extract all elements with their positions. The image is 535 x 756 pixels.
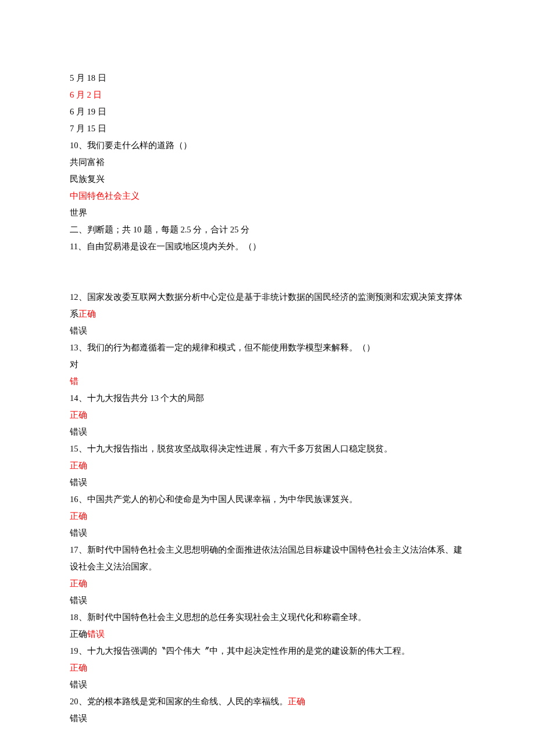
text-line: 13、我们的行为都遵循着一定的规律和模式，但不能使用数学模型来解释。（） — [70, 339, 465, 356]
text-line: 20、党的根本路线是党和国家的生命线、人民的幸福线。正确 — [70, 693, 465, 710]
text-line: 7 月 15 日 — [70, 120, 465, 137]
text-line — [70, 255, 465, 272]
text-line: 世界 — [70, 205, 465, 221]
text-line: 中国特色社会主义 — [70, 188, 465, 205]
text-segment: 正确 — [70, 663, 87, 672]
text-line: 正确 — [70, 407, 465, 424]
text-line — [70, 272, 465, 289]
text-segment: 正确 — [70, 410, 87, 420]
text-line: 正确 — [70, 575, 465, 592]
text-line: 15、十九大报告指出，脱贫攻坚战取得决定性进展，有六千多万贫困人口稳定脱贫。 — [70, 440, 465, 457]
text-segment: 12、国家发改委互联网大数据分析中心定位是基于非统计数据的国民经济的监测预测和宏… — [70, 292, 462, 318]
text-segment: 对 — [70, 360, 79, 369]
text-line: 11、自由贸易港是设在一国或地区境内关外。（） — [70, 238, 465, 255]
text-segment: 14、十九大报告共分 13 个大的局部 — [70, 393, 204, 403]
simple-lines: 5 月 18 日6 月 2 日6 月 19 日7 月 15 日10、我们要走什么… — [70, 70, 465, 289]
text-segment: 13、我们的行为都遵循着一定的规律和模式，但不能使用数学模型来解释。（） — [70, 343, 375, 352]
text-segment: 正确 — [79, 309, 96, 318]
text-segment: 错误 — [70, 528, 87, 538]
text-line: 二、判断题；共 10 题，每题 2.5 分，合计 25 分 — [70, 221, 465, 238]
text-line: 错误 — [70, 525, 465, 542]
text-segment: 15、十九大报告指出，脱贫攻坚战取得决定性进展，有六千多万贫困人口稳定脱贫。 — [70, 444, 393, 453]
text-line: 错误 — [70, 592, 465, 609]
text-line: 10、我们要走什么样的道路（） — [70, 137, 465, 154]
text-segment: 正确 — [70, 629, 87, 639]
text-segment: 18、新时代中国特色社会主义思想的总任务实现社会主义现代化和称霸全球。 — [70, 612, 366, 622]
text-segment: 错 — [70, 377, 79, 386]
text-line: 正确 — [70, 508, 465, 525]
text-line: 18、新时代中国特色社会主义思想的总任务实现社会主义现代化和称霸全球。 — [70, 609, 465, 626]
text-segment: 19、十九大报告强调的〝四个伟大〞中，其中起决定性作用的是党的建设新的伟大工程。 — [70, 646, 410, 655]
text-line: 共同富裕 — [70, 154, 465, 171]
text-segment: 正确 — [288, 697, 305, 706]
text-segment: 正确 — [70, 511, 87, 521]
text-line: 16、中国共产党人的初心和使命是为中国人民课幸福，为中华民族课笈兴。 — [70, 491, 465, 508]
text-line: 错误 — [70, 474, 465, 491]
text-segment: 错误 — [70, 714, 87, 723]
text-line: 错 — [70, 373, 465, 390]
mixed-lines: 12、国家发改委互联网大数据分析中心定位是基于非统计数据的国民经济的监测预测和宏… — [70, 289, 465, 727]
text-line: 5 月 18 日 — [70, 70, 465, 87]
text-segment: 错误 — [70, 326, 87, 335]
text-segment: 20、党的根本路线是党和国家的生命线、人民的幸福线。 — [70, 697, 288, 706]
text-segment: 17、新时代中国特色社会主义思想明确的全面推进依法治国总目标建设中国特色社会主义… — [70, 545, 462, 571]
text-segment: 正确 — [70, 461, 87, 470]
text-line: 错误 — [70, 323, 465, 339]
text-line: 6 月 19 日 — [70, 103, 465, 120]
text-line: 正确错误 — [70, 626, 465, 643]
text-segment: 错误 — [70, 596, 87, 605]
text-segment: 错误 — [87, 629, 105, 639]
text-line: 民族复兴 — [70, 171, 465, 188]
text-segment: 正确 — [70, 579, 87, 588]
text-line: 14、十九大报告共分 13 个大的局部 — [70, 390, 465, 407]
text-segment: 16、中国共产党人的初心和使命是为中国人民课幸福，为中华民族课笈兴。 — [70, 495, 358, 504]
text-segment: 错误 — [70, 680, 87, 689]
text-line: 正确 — [70, 660, 465, 676]
document-page: 5 月 18 日6 月 2 日6 月 19 日7 月 15 日10、我们要走什么… — [0, 0, 535, 756]
text-segment: 错误 — [70, 427, 87, 436]
text-line: 错误 — [70, 676, 465, 693]
text-line: 17、新时代中国特色社会主义思想明确的全面推进依法治国总目标建设中国特色社会主义… — [70, 542, 465, 575]
text-line: 正确 — [70, 457, 465, 474]
text-line: 19、十九大报告强调的〝四个伟大〞中，其中起决定性作用的是党的建设新的伟大工程。 — [70, 643, 465, 660]
text-line: 错误 — [70, 424, 465, 440]
text-line: 对 — [70, 356, 465, 373]
text-segment: 错误 — [70, 478, 87, 487]
text-line: 6 月 2 日 — [70, 87, 465, 103]
text-line: 12、国家发改委互联网大数据分析中心定位是基于非统计数据的国民经济的监测预测和宏… — [70, 289, 465, 323]
text-line: 错误 — [70, 710, 465, 727]
